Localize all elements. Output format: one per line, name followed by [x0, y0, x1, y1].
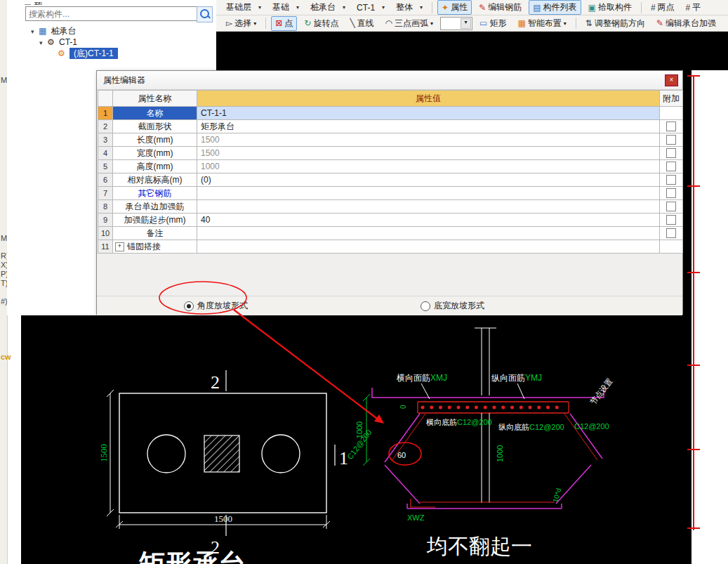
button-label: 点 [284, 18, 293, 29]
property-value[interactable] [197, 227, 660, 240]
edit-cap-strengthen-button[interactable]: ✎ 编辑承台加强 [652, 16, 720, 31]
search-input[interactable] [25, 6, 199, 21]
search-row [7, 6, 216, 22]
plan-dim-left: 1500 [98, 444, 109, 462]
pick-component-button[interactable]: ▣ 拾取构件 [584, 0, 636, 15]
attach-checkbox[interactable] [666, 148, 676, 158]
attach-checkbox[interactable] [666, 188, 676, 198]
properties-button[interactable]: ✦ 属性 [437, 0, 472, 15]
type-combo[interactable]: 桩承台 ▾ [306, 1, 350, 14]
line-tool-button[interactable]: ╲ 直线 [345, 16, 378, 31]
pick-icon: ▣ [588, 3, 596, 13]
radio-angle-slope[interactable]: 角度放坡形式 [184, 300, 248, 312]
button-label: 编辑钢筋 [488, 1, 522, 13]
property-value[interactable]: 40 [197, 214, 660, 227]
property-value[interactable]: 矩形承台 [197, 120, 660, 133]
property-value[interactable]: (0) [197, 173, 660, 187]
corner-header [98, 91, 113, 107]
row-number: 2 [98, 120, 113, 133]
row-number: 7 [98, 187, 113, 200]
layer-combo[interactable]: 基础层 ▾ [222, 1, 265, 14]
attach-checkbox[interactable] [666, 162, 676, 171]
offset-combo[interactable]: ▾ [440, 17, 472, 30]
rotate-point-button[interactable]: ↻ 旋转点 [300, 16, 343, 31]
attach-cell [660, 160, 683, 173]
tree-item-pile-cap[interactable]: ▾ ▦ 桩承台 [31, 25, 77, 37]
attach-cell [660, 200, 683, 214]
extra-header: 附加 [660, 91, 683, 107]
tree-item-ct1[interactable]: ▾ ⚙ CT-1 [39, 37, 77, 48]
property-name: 名称 [113, 107, 197, 120]
attach-checkbox[interactable] [666, 215, 676, 225]
attach-checkbox[interactable] [666, 228, 676, 238]
close-button[interactable]: × [665, 74, 678, 86]
property-editor-dialog: 属性编辑器 × 属性名称 属性值 附加 1 名称 CT-1-1 2 截面形状 矩… [96, 70, 683, 315]
chevron-down-icon[interactable]: ▾ [31, 28, 34, 35]
property-value[interactable]: 1500 [197, 133, 660, 147]
rectangle-icon: ▭ [479, 18, 487, 28]
table-row: 2 截面形状 矩形承台 [98, 120, 683, 133]
table-row: 1 名称 CT-1-1 [98, 107, 683, 120]
select-button[interactable]: ▻ 选择 ▾ [222, 16, 260, 31]
top-v-rebar-label: 纵向面筋YMJ [491, 373, 542, 383]
property-value[interactable]: 1500 [197, 147, 660, 160]
two-point-button[interactable]: # 两点 [647, 0, 679, 15]
property-value[interactable]: CT-1-1 [197, 107, 660, 120]
tree-item-label: 桩承台 [51, 26, 77, 36]
element-combo[interactable]: CT-1 ▾ [352, 2, 389, 13]
edge-fragment-highlight: cw [1, 353, 11, 361]
point-tool-button[interactable]: ⊠ 点 [271, 16, 297, 31]
property-name: 长度(mm) [113, 133, 197, 147]
chevron-down-icon[interactable]: ▾ [39, 39, 43, 46]
edit-rebar-button[interactable]: ✎ 编辑钢筋 [475, 0, 526, 15]
cap-bottom-outline [385, 465, 591, 509]
chevron-down-icon: ▾ [382, 4, 385, 11]
rotate-icon: ↻ [304, 18, 311, 28]
property-name: 截面形状 [113, 120, 197, 133]
property-value[interactable] [197, 200, 660, 214]
group-label: 锚固搭接 [127, 241, 161, 253]
property-value[interactable] [197, 187, 660, 200]
property-name-link[interactable]: 其它钢筋 [113, 187, 197, 200]
section-mark-top: 2 [211, 372, 220, 393]
separator [641, 2, 642, 13]
expand-icon[interactable]: + [115, 242, 124, 251]
tree-item-label-selected: (底)CT-1-1 [70, 48, 118, 59]
flat-button[interactable]: # 平 [682, 0, 706, 15]
property-value[interactable]: 1000 [197, 160, 660, 173]
tree-item-ct1-1[interactable]: ⚙ (底)CT-1-1 [58, 48, 118, 59]
button-label: 三点画弧 [395, 18, 428, 29]
application-window: M) M) R) X) P) T) #) cw ▭ 预.. ▾ ▦ 桩承台 ▾ … [0, 0, 728, 564]
chevron-down-icon: ▾ [461, 18, 471, 29]
attach-cell [660, 107, 683, 120]
section-mark-bottom: 2 [211, 537, 220, 558]
row-number: 3 [98, 133, 113, 147]
table-row: 11 + 锚固搭接 [98, 240, 683, 254]
radio-label: 底宽放坡形式 [434, 300, 484, 312]
smart-layout-button[interactable]: ▦ 智能布置 ▾ [513, 16, 570, 31]
property-table: 属性名称 属性值 附加 1 名称 CT-1-1 2 截面形状 矩形承台 3 长度… [98, 90, 683, 254]
attach-checkbox[interactable] [666, 122, 676, 131]
attach-checkbox[interactable] [666, 202, 676, 211]
radio-width-slope[interactable]: 底宽放坡形式 [421, 300, 484, 312]
search-button[interactable] [197, 6, 213, 22]
bottom-v-rebar-label: 纵向底筋C12@200 [498, 423, 564, 431]
attach-checkbox[interactable] [666, 175, 676, 185]
section-note: 均不翻起一 [426, 535, 532, 558]
row-number: 1 [98, 107, 113, 120]
attach-checkbox[interactable] [666, 135, 676, 145]
row-number: 5 [98, 160, 113, 173]
chevron-down-icon: ▾ [430, 20, 433, 27]
property-name: 高度(mm) [113, 160, 197, 173]
adjust-rebar-direction-button[interactable]: ⇅ 调整钢筋方向 [581, 16, 649, 31]
three-point-arc-button[interactable]: ◠ 三点画弧 ▾ [381, 16, 438, 31]
component-list-button[interactable]: ▤ 构件列表 [529, 0, 581, 15]
view-combo[interactable]: 整体 ▾ [392, 1, 427, 14]
flat-icon: # [686, 3, 691, 13]
button-label: 编辑承台加强 [666, 18, 716, 29]
rectangle-tool-button[interactable]: ▭ 矩形 [475, 16, 510, 31]
smart-layout-icon: ▦ [517, 18, 525, 28]
radio-selected-icon [184, 301, 194, 311]
category-combo[interactable]: 基础 ▾ [268, 1, 303, 14]
attach-cell [660, 147, 683, 160]
